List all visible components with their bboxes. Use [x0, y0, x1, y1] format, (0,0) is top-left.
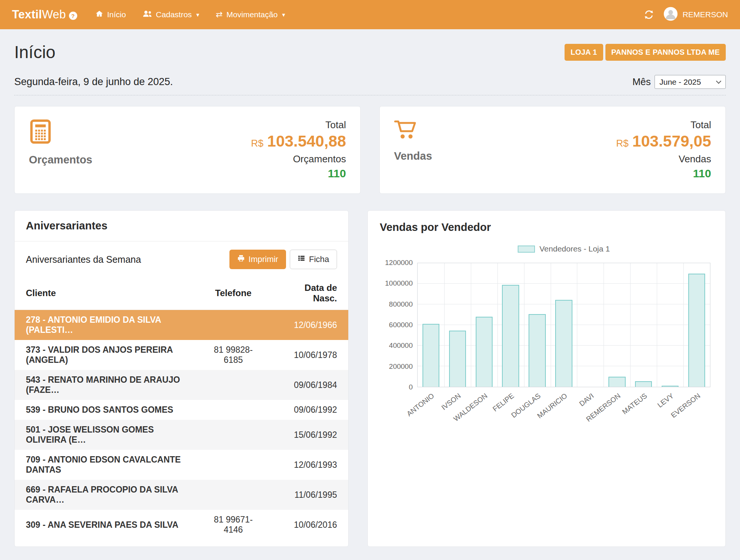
- gridline-v: [577, 263, 577, 387]
- client-cell: 309 - ANA SEVERINA PAES DA SILVA: [15, 510, 196, 540]
- y-tick-label: 0: [409, 383, 413, 391]
- table-row[interactable]: 543 - RENATO MARINHO DE ARAUJO (FAZE… 09…: [15, 370, 348, 400]
- store-badge-company[interactable]: PANNOS E PANNOS LTDA ME: [605, 44, 726, 61]
- y-tick-label: 200000: [389, 362, 413, 371]
- bar-douglas: [529, 314, 545, 387]
- phone-cell: [196, 450, 271, 480]
- page-content: Início LOJA 1 PANNOS E PANNOS LTDA ME Se…: [0, 42, 740, 560]
- user-name: REMERSON: [683, 10, 728, 19]
- middle-row: Aniversariantes Aniversariantes da Seman…: [14, 210, 726, 547]
- dotted-separator: [14, 95, 726, 96]
- count-label: Vendas: [616, 153, 711, 165]
- exchange-icon: ⇄: [216, 10, 223, 19]
- nav-items: Início Cadastros ▾ ⇄ Movimentação ▾: [95, 10, 285, 20]
- top-navbar: TextilWeb ? Início Cadastros ▾ ⇄ Mov: [0, 0, 740, 29]
- chart-title: Vendas por Vendedor: [380, 221, 713, 234]
- printer-icon: [237, 255, 245, 264]
- x-tick-label: LEVY: [656, 392, 676, 409]
- gridline-v: [657, 263, 657, 387]
- client-cell: 278 - ANTONIO EMIDIO DA SILVA (PALESTI…: [15, 310, 196, 340]
- summary-label: Orçamentos: [29, 154, 92, 166]
- x-tick-label: IVSON: [440, 392, 462, 412]
- print-button-label: Imprimir: [249, 255, 278, 264]
- vendas-summary-card: Vendas Total R$ 103.579,05 Vendas 110: [379, 106, 726, 194]
- total-label: Total: [616, 119, 711, 131]
- help-icon[interactable]: ?: [69, 12, 77, 20]
- sales-by-seller-card: Vendas por Vendedor 02000004000006000008…: [367, 210, 726, 547]
- x-tick-label: FELIPE: [491, 392, 515, 413]
- table-row[interactable]: 278 - ANTONIO EMIDIO DA SILVA (PALESTI… …: [15, 310, 348, 340]
- client-cell: 373 - VALDIR DOS ANJOS PEREIRA (ANGELA): [15, 340, 196, 370]
- total-amount: 103.579,05: [632, 132, 711, 150]
- nav-item-label: Início: [107, 10, 126, 19]
- chart-legend[interactable]: Vendedores - Loja 1: [417, 245, 710, 253]
- store-badge-loja[interactable]: LOJA 1: [565, 44, 603, 61]
- summary-label: Vendas: [394, 150, 432, 162]
- gridline-v: [604, 263, 604, 387]
- current-date: Segunda-feira, 9 de junho de 2025.: [14, 76, 173, 88]
- column-header-cliente: Cliente: [15, 277, 196, 310]
- refresh-icon[interactable]: [644, 9, 654, 20]
- birthdays-title: Aniversariantes: [15, 211, 348, 241]
- gridline-v: [524, 263, 524, 387]
- table-row[interactable]: 669 - RAFAELA PROCOPIO DA SILVA CARVA… 1…: [15, 480, 348, 510]
- bar-ivson: [449, 331, 466, 387]
- user-menu[interactable]: REMERSON: [663, 6, 728, 23]
- legend-swatch: [518, 246, 535, 253]
- birthdate-cell: 12/06/1993: [271, 450, 348, 480]
- table-row[interactable]: 501 - JOSE WELISSON GOMES OLIVEIRA (E… 1…: [15, 420, 348, 450]
- users-icon: [142, 10, 152, 19]
- bar-waldeson: [476, 317, 493, 387]
- table-row[interactable]: 309 - ANA SEVERINA PAES DA SILVA 81 9967…: [15, 510, 348, 540]
- y-tick-label: 400000: [389, 341, 413, 350]
- birthdate-cell: 10/06/1978: [271, 340, 348, 370]
- caret-down-icon: ▾: [282, 11, 285, 18]
- gridline-v: [551, 263, 551, 387]
- phone-cell: 81 99671-4146: [196, 510, 271, 540]
- nav-item-inicio[interactable]: Início: [95, 10, 126, 20]
- month-filter: Mês June - 2025: [632, 75, 726, 89]
- client-cell: 539 - BRUNO DOS SANTOS GOMES: [15, 400, 196, 420]
- nav-item-cadastros[interactable]: Cadastros ▾: [142, 10, 199, 19]
- y-tick-label: 1000000: [385, 279, 413, 287]
- bar-levy: [662, 386, 679, 387]
- print-button[interactable]: Imprimir: [229, 250, 286, 269]
- total-amount: 103.540,88: [267, 132, 346, 150]
- client-cell: 709 - ANTONIO EDSON CAVALCANTE DANTAS: [15, 450, 196, 480]
- month-label: Mês: [632, 76, 651, 88]
- brand-light: Web: [42, 8, 66, 21]
- orcamentos-summary-card: Orçamentos Total R$ 103.540,88 Orçamento…: [14, 106, 361, 194]
- caret-down-icon: ▾: [196, 11, 199, 18]
- chart-y-axis: 020000040000060000080000010000001200000: [383, 263, 417, 387]
- client-cell: 501 - JOSE WELISSON GOMES OLIVEIRA (E…: [15, 420, 196, 450]
- table-row[interactable]: 709 - ANTONIO EDSON CAVALCANTE DANTAS 12…: [15, 450, 348, 480]
- y-tick-label: 800000: [389, 300, 413, 308]
- store-badges: LOJA 1 PANNOS E PANNOS LTDA ME: [565, 44, 726, 61]
- phone-cell: [196, 400, 271, 420]
- brand-text: TextilWeb: [12, 8, 66, 21]
- gridline-v: [630, 263, 631, 387]
- bar-remerson: [608, 377, 625, 387]
- ficha-button[interactable]: Ficha: [290, 250, 337, 269]
- avatar: [663, 6, 678, 23]
- x-tick-label: EVERSON: [670, 392, 702, 420]
- count-value: 110: [251, 167, 346, 180]
- gridline-v: [497, 263, 498, 387]
- birthdate-cell: 09/06/1992: [271, 400, 348, 420]
- brand-bold: Textil: [12, 8, 42, 21]
- ficha-button-label: Ficha: [309, 255, 329, 264]
- table-row[interactable]: 539 - BRUNO DOS SANTOS GOMES 09/06/1992: [15, 400, 348, 420]
- currency-symbol: R$: [251, 138, 264, 149]
- bar-mauricio: [555, 300, 572, 387]
- total-label: Total: [251, 119, 346, 131]
- month-select[interactable]: June - 2025: [655, 75, 726, 89]
- birthdate-cell: 09/06/1984: [271, 370, 348, 400]
- column-header-data-nasc: Data de Nasc.: [271, 277, 348, 310]
- client-cell: 543 - RENATO MARINHO DE ARAUJO (FAZE…: [15, 370, 196, 400]
- header-row: Início LOJA 1 PANNOS E PANNOS LTDA ME: [14, 42, 726, 62]
- nav-item-movimentacao[interactable]: ⇄ Movimentação ▾: [216, 10, 285, 19]
- currency-symbol: R$: [616, 138, 629, 149]
- home-icon: [95, 10, 103, 20]
- brand-logo[interactable]: TextilWeb ?: [12, 8, 77, 21]
- table-row[interactable]: 373 - VALDIR DOS ANJOS PEREIRA (ANGELA) …: [15, 340, 348, 370]
